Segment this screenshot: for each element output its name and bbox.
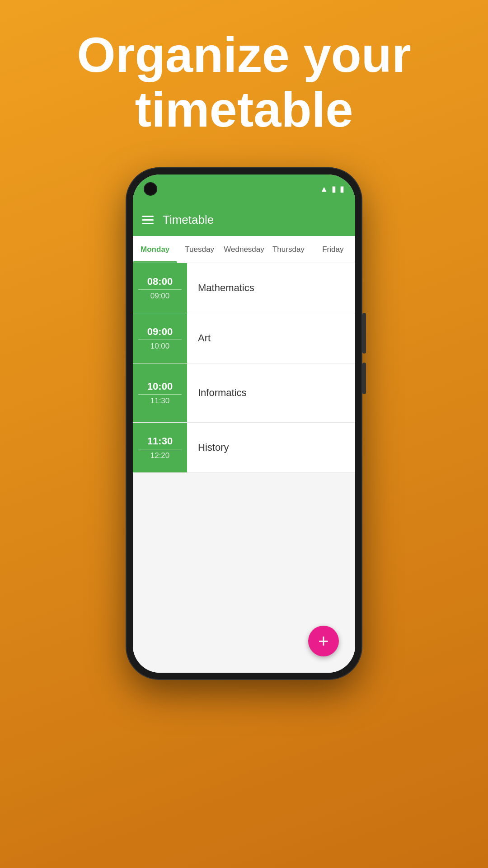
subject-block-0: Mathematics	[187, 263, 355, 313]
subject-block-2: Informatics	[187, 363, 355, 422]
tab-wednesday[interactable]: Wednesday	[222, 236, 266, 263]
time-block-3: 11:30 12:20	[133, 423, 187, 472]
hamburger-menu-button[interactable]	[142, 216, 154, 224]
time-end-1: 10:00	[150, 342, 170, 351]
app-title: Timetable	[163, 213, 214, 227]
signal-icon: ▮	[332, 184, 336, 194]
phone-content: Monday Tuesday Wednesday Thursday Friday	[133, 236, 355, 673]
time-start-0: 08:00	[147, 276, 173, 288]
fab-plus-icon: +	[318, 632, 328, 650]
wifi-icon: ▲	[320, 184, 328, 194]
subject-block-1: Art	[187, 313, 355, 363]
time-start-3: 11:30	[147, 435, 173, 447]
tab-friday[interactable]: Friday	[311, 236, 355, 263]
time-block-0: 08:00 09:00	[133, 263, 187, 313]
time-block-1: 09:00 10:00	[133, 313, 187, 363]
schedule-list: 08:00 09:00 Mathematics 09:00 10:00	[133, 263, 355, 673]
battery-icon: ▮	[340, 184, 344, 194]
time-block-2: 10:00 11:30	[133, 363, 187, 422]
subject-name-2: Informatics	[198, 387, 247, 399]
subject-name-3: History	[198, 442, 229, 453]
camera-hole	[144, 182, 157, 196]
time-start-1: 09:00	[147, 326, 173, 338]
time-end-2: 11:30	[150, 396, 170, 406]
add-fab-button[interactable]: +	[308, 626, 339, 656]
tab-thursday[interactable]: Thursday	[266, 236, 310, 263]
day-tabs: Monday Tuesday Wednesday Thursday Friday	[133, 236, 355, 263]
phone-screen: ▲ ▮ ▮ Timetable Monday Tuesday	[133, 175, 355, 673]
app-bar: Timetable	[133, 203, 355, 236]
time-end-3: 12:20	[150, 451, 170, 460]
status-icons: ▲ ▮ ▮	[320, 184, 344, 194]
subject-name-1: Art	[198, 332, 211, 344]
phone-shell: ▲ ▮ ▮ Timetable Monday Tuesday	[127, 168, 361, 679]
time-end-0: 09:00	[150, 292, 170, 301]
schedule-item-1[interactable]: 09:00 10:00 Art	[133, 313, 355, 363]
time-start-2: 10:00	[147, 381, 173, 392]
headline: Organize your timetable	[59, 27, 429, 137]
subject-name-0: Mathematics	[198, 282, 254, 294]
schedule-item-3[interactable]: 11:30 12:20 History	[133, 423, 355, 473]
subject-block-3: History	[187, 423, 355, 472]
tab-tuesday[interactable]: Tuesday	[177, 236, 221, 263]
tab-monday[interactable]: Monday	[133, 236, 177, 263]
headline-line2: timetable	[135, 81, 353, 137]
status-bar: ▲ ▮ ▮	[133, 175, 355, 203]
schedule-item-0[interactable]: 08:00 09:00 Mathematics	[133, 263, 355, 313]
headline-line1: Organize your	[77, 27, 411, 82]
headline-container: Organize your timetable	[59, 0, 429, 137]
schedule-item-2[interactable]: 10:00 11:30 Informatics	[133, 363, 355, 423]
